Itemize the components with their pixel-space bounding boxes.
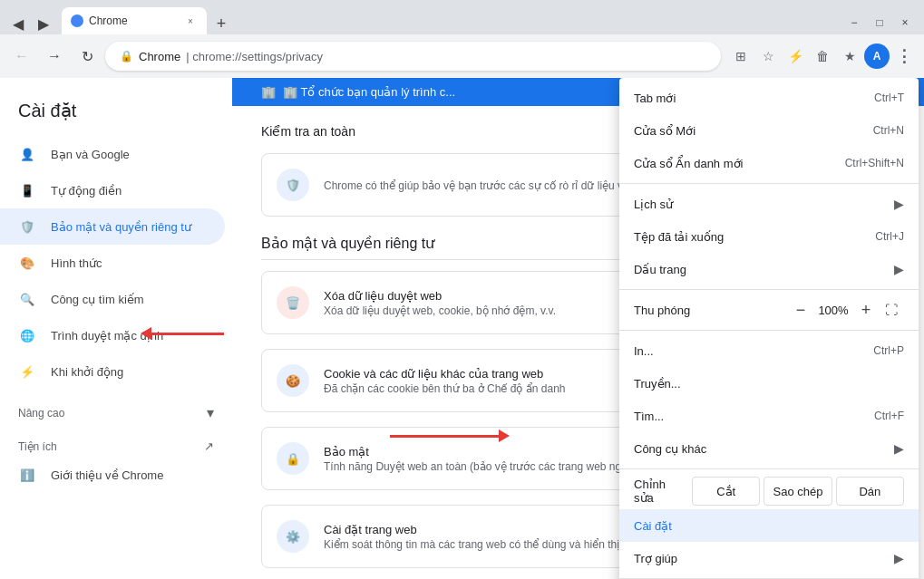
menu-shortcut-tab-moi: Ctrl+T bbox=[874, 92, 904, 104]
address-actions: ⊞ ☆ ⚡ 🗑 ★ A ⋮ bbox=[728, 43, 917, 69]
edit-row: Chỉnh sửa Cắt Sao chép Dán bbox=[619, 473, 919, 509]
extension2-button[interactable]: ★ bbox=[837, 43, 862, 69]
browser-icon: 🌐 bbox=[18, 326, 36, 344]
zoom-plus-button[interactable]: + bbox=[853, 297, 879, 323]
tab-nav-forward[interactable]: ▶ bbox=[33, 13, 54, 34]
menu-arrow-dau-trang: ▶ bbox=[894, 262, 904, 276]
menu-item-an-danh[interactable]: Cửa sổ Ẩn danh mới Ctrl+Shift+N bbox=[619, 147, 919, 179]
bookmark-button[interactable]: ☆ bbox=[755, 43, 781, 69]
zoom-control: Thu phóng − 100% + ⛶ bbox=[619, 294, 919, 326]
menu-item-truyen[interactable]: Truyền... bbox=[619, 367, 919, 400]
profile-button[interactable]: A bbox=[864, 43, 890, 69]
org-banner-text: 🏢 Tổ chức bạn quản lý trình c... bbox=[283, 85, 455, 99]
context-menu: Tab mới Ctrl+T Cửa sổ Mới Ctrl+N Cửa sổ … bbox=[619, 78, 919, 579]
lock-icon: 🔒 bbox=[120, 50, 133, 63]
tab-nav-back[interactable]: ◀ bbox=[7, 13, 29, 34]
menu-label-tro-giup: Trợ giúp bbox=[634, 552, 887, 565]
info-icon: ℹ️ bbox=[18, 466, 36, 484]
zoom-value: 100% bbox=[813, 304, 853, 317]
menu-label-tab-moi: Tab mới bbox=[634, 92, 860, 105]
address-input[interactable]: 🔒 Chrome | chrome://settings/privacy bbox=[105, 42, 721, 71]
menu-label-an-danh: Cửa sổ Ẩn danh mới bbox=[634, 157, 831, 170]
cut-button[interactable]: Cắt bbox=[692, 477, 760, 506]
person-icon: 👤 bbox=[18, 145, 36, 163]
search-icon: 🔍 bbox=[18, 290, 36, 308]
sidebar-item-gioi-thieu[interactable]: ℹ️ Giới thiệu về Chrome bbox=[0, 457, 225, 493]
menu-item-tab-moi[interactable]: Tab mới Ctrl+T bbox=[619, 82, 919, 114]
sidebar: Cài đặt 👤 Bạn và Google 📱 Tự động điền 🛡… bbox=[0, 78, 232, 579]
tab-close-button[interactable]: × bbox=[183, 14, 198, 28]
extension-button[interactable]: ⚡ bbox=[783, 43, 808, 69]
expand-icon: ▾ bbox=[207, 404, 214, 421]
url-path: | chrome://settings/privacy bbox=[186, 50, 323, 63]
browser-frame: ◀ ▶ Chrome × + − □ × ← → ↻ 🔒 Chrome | ch… bbox=[0, 0, 924, 579]
tab-active[interactable]: Chrome × bbox=[62, 7, 207, 34]
menu-item-in[interactable]: In... Ctrl+P bbox=[619, 334, 919, 367]
external-link-icon: ↗ bbox=[204, 439, 214, 453]
cookie-icon: 🍪 bbox=[277, 364, 309, 397]
menu-divider-2 bbox=[619, 289, 919, 290]
sidebar-item-ban-va-google[interactable]: 👤 Bạn và Google bbox=[0, 136, 225, 172]
sidebar-label-hinh-thuc: Hình thức bbox=[51, 256, 102, 270]
paste-button[interactable]: Dán bbox=[836, 477, 904, 506]
menu-shortcut-cua-so-moi: Ctrl+N bbox=[873, 124, 904, 137]
reload-button[interactable]: ↻ bbox=[73, 42, 102, 71]
menu-item-cong-cu-khac[interactable]: Công cụ khác ▶ bbox=[619, 432, 919, 465]
sidebar-item-khi-khoi-dong[interactable]: ⚡ Khi khởi động bbox=[0, 353, 225, 390]
menu-shortcut-an-danh: Ctrl+Shift+N bbox=[845, 157, 904, 169]
sidebar-section-tien-ich[interactable]: Tiện ích ↗ bbox=[0, 425, 232, 457]
menu-label-in: In... bbox=[634, 344, 859, 358]
chrome-menu-button[interactable]: ⋮ bbox=[891, 43, 917, 69]
sidebar-label-khi-khoi-dong: Khi khởi động bbox=[51, 365, 123, 379]
menu-arrow-cong-cu-khac: ▶ bbox=[894, 441, 904, 456]
maximize-button[interactable]: □ bbox=[868, 11, 891, 34]
zoom-expand-button[interactable]: ⛶ bbox=[879, 297, 904, 323]
menu-label-cai-dat: Cài đặt bbox=[634, 519, 904, 533]
sidebar-section-nang-cao[interactable]: Nâng cao ▾ bbox=[0, 390, 232, 425]
menu-item-lich-su[interactable]: Lịch sử ▶ bbox=[619, 188, 919, 220]
menu-item-tro-giup[interactable]: Trợ giúp ▶ bbox=[619, 542, 919, 574]
menu-item-cai-dat[interactable]: Cài đặt bbox=[619, 509, 919, 542]
phone-icon: 📱 bbox=[18, 181, 36, 199]
menu-label-tai-xuong: Tệp đã tải xuống bbox=[634, 230, 861, 244]
minimize-button[interactable]: − bbox=[842, 11, 866, 34]
tab-group-left: ◀ ▶ bbox=[7, 13, 54, 34]
sidebar-label-trinh-duyet: Trình duyệt mặc định bbox=[51, 329, 163, 343]
sidebar-item-bao-mat[interactable]: 🛡️ Bảo mật và quyền riêng tư bbox=[0, 208, 225, 245]
menu-shortcut-tai-xuong: Ctrl+J bbox=[875, 230, 904, 243]
sidebar-item-trinh-duyet[interactable]: 🌐 Trình duyệt mặc định bbox=[0, 317, 225, 353]
address-bar: ← → ↻ 🔒 Chrome | chrome://settings/priva… bbox=[0, 34, 924, 78]
menu-label-lich-su: Lịch sử bbox=[634, 198, 872, 211]
menu-item-tim[interactable]: Tìm... Ctrl+F bbox=[619, 400, 919, 432]
menu-shortcut-in: Ctrl+P bbox=[873, 344, 904, 357]
menu-item-tai-xuong[interactable]: Tệp đã tải xuống Ctrl+J bbox=[619, 220, 919, 253]
back-button[interactable]: ← bbox=[7, 42, 36, 71]
sidebar-item-tu-dong-dien[interactable]: 📱 Tự động điền bbox=[0, 172, 225, 208]
menu-label-cong-cu-khac: Công cụ khác bbox=[634, 442, 872, 456]
tab-extra-controls: − □ × bbox=[842, 11, 917, 34]
delete-button[interactable]: 🗑 bbox=[810, 43, 835, 69]
menu-item-cua-so-moi[interactable]: Cửa sổ Mới Ctrl+N bbox=[619, 114, 919, 147]
menu-item-dau-trang[interactable]: Dấu trang ▶ bbox=[619, 253, 919, 285]
webpage-icon: ⚙️ bbox=[277, 520, 309, 553]
menu-shortcut-tim: Ctrl+F bbox=[874, 410, 904, 422]
sidebar-item-hinh-thuc[interactable]: 🎨 Hình thức bbox=[0, 245, 225, 281]
close-button[interactable]: × bbox=[893, 11, 917, 34]
tab-favicon bbox=[71, 14, 83, 27]
sidebar-label-ban-va-google: Bạn và Google bbox=[51, 148, 130, 161]
shield-check-icon: 🛡️ bbox=[277, 169, 309, 201]
palette-icon: 🎨 bbox=[18, 254, 36, 272]
address-text: 🔒 Chrome | chrome://settings/privacy bbox=[120, 50, 706, 63]
zoom-minus-button[interactable]: − bbox=[788, 297, 813, 323]
copy-button[interactable]: Sao chép bbox=[764, 477, 832, 506]
sidebar-item-cong-cu[interactable]: 🔍 Công cụ tìm kiếm bbox=[0, 281, 225, 317]
sidebar-label-gioi-thieu: Giới thiệu về Chrome bbox=[51, 468, 163, 482]
delete-data-icon: 🗑️ bbox=[277, 286, 309, 319]
bookmark-list-button[interactable]: ⊞ bbox=[728, 43, 754, 69]
menu-divider-3 bbox=[619, 330, 919, 331]
forward-button[interactable]: → bbox=[40, 42, 69, 71]
zoom-label: Thu phóng bbox=[634, 304, 788, 317]
menu-label-cua-so-moi: Cửa sổ Mới bbox=[634, 124, 859, 138]
new-tab-button[interactable]: + bbox=[210, 13, 232, 34]
shield-icon: 🛡️ bbox=[18, 217, 36, 236]
